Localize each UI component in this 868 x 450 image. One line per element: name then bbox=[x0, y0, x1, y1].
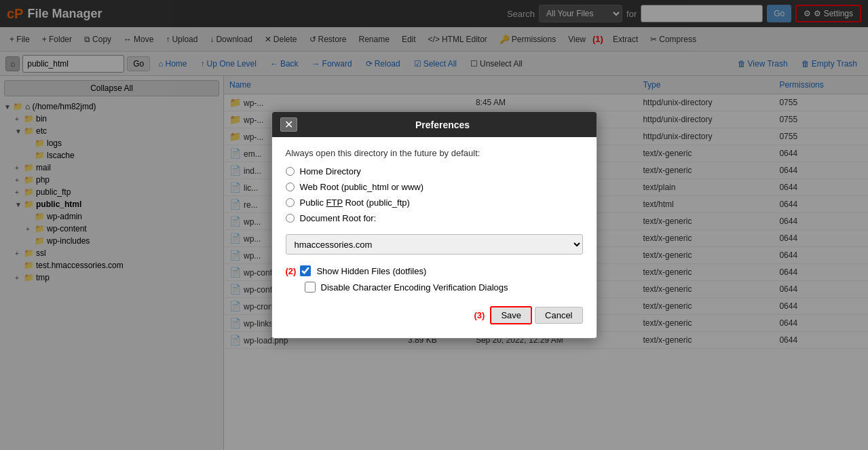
disable-encoding-label[interactable]: Disable Character Encoding Verification … bbox=[305, 282, 583, 293]
modal-header: ✕ Preferences bbox=[272, 112, 597, 137]
radio-docroot-label: Document Root for: bbox=[300, 213, 377, 223]
show-hidden-label[interactable]: Show Hidden Files (dotfiles) bbox=[300, 265, 426, 276]
radio-ftproot-input[interactable] bbox=[286, 198, 295, 207]
save-button[interactable]: Save bbox=[490, 306, 532, 324]
disable-encoding-checkbox[interactable] bbox=[305, 282, 316, 293]
radio-docroot[interactable]: Document Root for: bbox=[286, 213, 583, 223]
modal-title: Preferences bbox=[297, 119, 588, 130]
radio-webroot-input[interactable] bbox=[286, 183, 295, 191]
radio-home[interactable]: Home Directory bbox=[286, 166, 583, 176]
radio-webroot[interactable]: Web Root (public_html or www) bbox=[286, 182, 583, 192]
annotation-3: (3) bbox=[474, 310, 485, 320]
radio-docroot-input[interactable] bbox=[286, 214, 295, 223]
show-hidden-text: Show Hidden Files (dotfiles) bbox=[316, 266, 426, 276]
disable-encoding-text: Disable Character Encoding Verification … bbox=[321, 282, 508, 293]
radio-home-input[interactable] bbox=[286, 167, 295, 176]
show-hidden-checkbox[interactable] bbox=[300, 265, 311, 276]
preferences-modal: ✕ Preferences Always open this directory… bbox=[271, 111, 597, 339]
radio-home-label: Home Directory bbox=[300, 166, 361, 176]
modal-overlay: ✕ Preferences Always open this directory… bbox=[0, 0, 868, 450]
modal-close-button[interactable]: ✕ bbox=[280, 117, 297, 132]
radio-ftproot[interactable]: Public FTP Root (public_ftp) bbox=[286, 198, 583, 208]
radio-group: Home Directory Web Root (public_html or … bbox=[286, 166, 583, 223]
modal-body: Always open this directory in the future… bbox=[272, 137, 597, 338]
modal-prompt: Always open this directory in the future… bbox=[286, 148, 583, 158]
cancel-button[interactable]: Cancel bbox=[535, 307, 582, 324]
radio-ftproot-label: Public FTP Root (public_ftp) bbox=[300, 198, 410, 208]
domain-select[interactable]: hmaccessories.com test.hmaccessories.com bbox=[286, 234, 583, 255]
annotation-2: (2) bbox=[286, 266, 297, 276]
checkbox-section: (2) Show Hidden Files (dotfiles) Disable… bbox=[286, 265, 583, 293]
modal-footer: (3) Save Cancel bbox=[286, 306, 583, 327]
radio-webroot-label: Web Root (public_html or www) bbox=[300, 182, 424, 192]
